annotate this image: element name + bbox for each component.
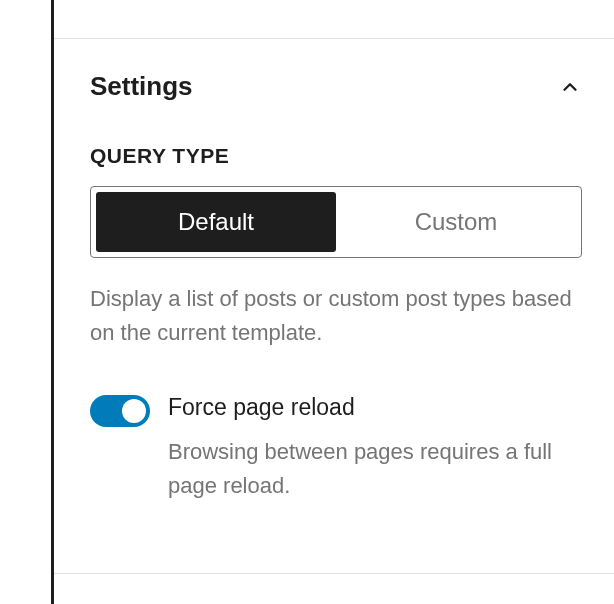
force-reload-text: Force page reload Browsing between pages… xyxy=(168,394,582,503)
panel-header[interactable]: Settings xyxy=(90,71,582,102)
query-type-label: QUERY TYPE xyxy=(90,144,582,168)
settings-panel: Settings QUERY TYPE Default Custom Displ… xyxy=(54,38,614,604)
chevron-up-icon[interactable] xyxy=(558,75,582,99)
query-type-default-button[interactable]: Default xyxy=(96,192,336,252)
query-type-description: Display a list of posts or custom post t… xyxy=(90,282,582,350)
query-type-custom-button[interactable]: Custom xyxy=(336,192,576,252)
toggle-thumb xyxy=(122,399,146,423)
force-reload-label: Force page reload xyxy=(168,394,582,421)
force-reload-row: Force page reload Browsing between pages… xyxy=(90,394,582,503)
panel-title: Settings xyxy=(90,71,193,102)
force-reload-description: Browsing between pages requires a full p… xyxy=(168,435,582,503)
force-reload-toggle[interactable] xyxy=(90,395,150,427)
query-type-segmented: Default Custom xyxy=(90,186,582,258)
panel-separator xyxy=(54,573,614,574)
